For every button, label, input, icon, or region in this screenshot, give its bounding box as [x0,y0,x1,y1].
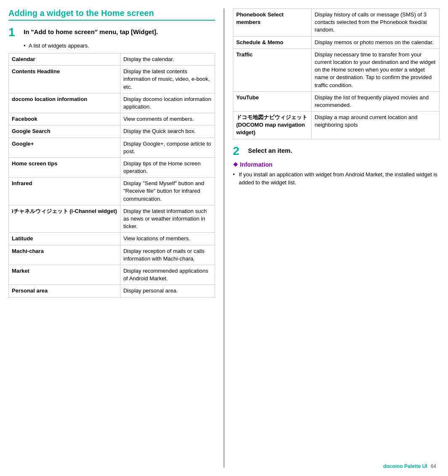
right-column: Phonebook Select membersDisplay history … [233,8,440,468]
footer: docomo Palette UI 64 [383,463,436,469]
table-row: TrafficDisplay necessary time to transfe… [233,48,440,91]
table-row: Schedule & MemoDisplay memos or photo me… [233,36,440,48]
widget-name: Latitude [9,233,120,245]
table-row: Home screen tipsDisplay tips of the Home… [9,157,215,177]
table-row: FacebookView comments of members. [9,113,215,125]
table-row: Google SearchDisplay the Quick search bo… [9,125,215,138]
widget-name: Infrared [9,178,120,205]
widget-name: Machi-chara [9,245,120,265]
widget-desc: Display the latest information such as n… [120,205,215,233]
widget-desc: Display memos or photo memos on the cale… [312,36,440,48]
widget-name: docomo location information [9,93,120,113]
table-row: LatitudeView locations of members. [9,233,215,245]
table-row: iチャネルウィジェット (i-Channel widget)Display th… [9,205,215,233]
widget-name: YouTube [233,91,312,111]
widget-desc: Display a map around current location an… [312,112,440,139]
widget-desc: Display Google+, compose article to post… [120,138,215,157]
widget-desc: Display the calendar. [120,53,215,66]
widget-desc: Display the list of frequently played mo… [312,91,440,111]
table-row: Google+Display Google+, compose article … [9,138,215,157]
step2-text: Select an item. [248,145,292,154]
footer-brand: docomo Palette UI [383,463,427,469]
widget-desc: Display the Quick search box. [120,125,215,138]
widget-desc: Display tips of the Home screen operatio… [120,157,215,177]
widget-name: Google Search [9,125,120,138]
table-row: Machi-charaDisplay reception of mails or… [9,245,215,265]
widget-name: Phonebook Select members [233,9,312,37]
widget-desc: Display personal area. [120,285,215,297]
table-row: InfraredDisplay "Send Myself" button and… [9,178,215,205]
widget-name: Traffic [233,48,312,91]
info-title: Information [233,161,440,168]
left-table: CalendarDisplay the calendar.Contents He… [8,53,215,298]
table-row: docomo location informationDisplay docom… [9,93,215,113]
table-row: ドコモ地図ナビウィジェット (DOCOMO map navigation wid… [233,112,440,139]
table-row: MarketDisplay recommended applications o… [9,265,215,285]
table-row: YouTubeDisplay the list of frequently pl… [233,91,440,111]
right-table: Phonebook Select membersDisplay history … [233,8,440,139]
left-column: Adding a widget to the Home screen 1 In … [8,8,215,468]
step2-row: 2 Select an item. [233,145,440,157]
widget-name: Contents Headline [9,66,120,93]
widget-name: Personal area [9,285,120,297]
widget-name: Market [9,265,120,285]
table-row: CalendarDisplay the calendar. [9,53,215,66]
page-title: Adding a widget to the Home screen [8,8,215,21]
widget-desc: Display history of calls or message (SMS… [312,9,440,37]
widget-desc: Display docomo location information appl… [120,93,215,113]
widget-desc: Display the latest contents information … [120,66,215,93]
widget-name: Home screen tips [9,157,120,177]
step1-text: In "Add to home screen" menu, tap [Widge… [24,27,158,35]
widget-name: Calendar [9,53,120,66]
widget-name: ドコモ地図ナビウィジェット (DOCOMO map navigation wid… [233,112,312,139]
widget-desc: View comments of members. [120,113,215,125]
widget-desc: Display necessary time to transfer from … [312,48,440,91]
footer-page: 64 [431,463,436,469]
table-row: Personal areaDisplay personal area. [9,285,215,297]
step1-sub-item: A list of widgets appears. [24,43,215,49]
widget-name: Schedule & Memo [233,36,312,48]
table-row: Phonebook Select membersDisplay history … [233,9,440,37]
widget-name: iチャネルウィジェット (i-Channel widget) [9,205,120,233]
widget-desc: Display recommended applications of Andr… [120,265,215,285]
step2-number: 2 [233,145,245,157]
step1-row: 1 In "Add to home screen" menu, tap [Wid… [8,27,215,38]
info-body-item: If you install an application with widge… [233,170,440,187]
widget-desc: Display reception of mails or calls info… [120,245,215,265]
step1-number: 1 [8,27,20,38]
info-section: Information If you install an applicatio… [233,161,440,187]
table-row: Contents HeadlineDisplay the latest cont… [9,66,215,93]
column-divider [224,8,224,468]
widget-desc: Display "Send Myself" button and "Receiv… [120,178,215,205]
widget-desc: View locations of members. [120,233,215,245]
widget-name: Google+ [9,138,120,157]
step1-sublist: A list of widgets appears. [24,43,215,49]
info-body: If you install an application with widge… [233,170,440,187]
widget-name: Facebook [9,113,120,125]
